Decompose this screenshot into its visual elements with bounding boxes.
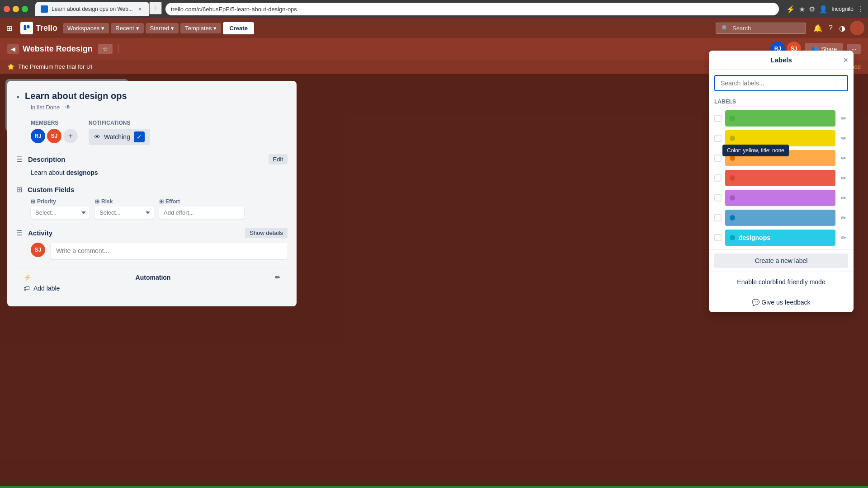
modal-header: ▪ Learn about design ops (16, 90, 288, 102)
starred-btn[interactable]: Starred ▾ (146, 23, 179, 33)
recent-btn[interactable]: Recent ▾ (111, 23, 143, 33)
profile-icon[interactable]: 👤 (819, 5, 828, 14)
labels-close-btn[interactable]: × (843, 55, 848, 65)
search-btn[interactable]: 🔍 Search (716, 23, 806, 34)
members-notifications-row: Members RJ SJ + Notifications 👁 Watching… (16, 120, 288, 145)
label-edit-orange-btn[interactable]: ✏ (839, 153, 848, 164)
label-edit-green-btn[interactable]: ✏ (839, 113, 848, 124)
notification-icon[interactable]: 🔔 (811, 22, 824, 34)
label-bar-yellow (725, 130, 835, 146)
recent-chevron-icon: ▾ (136, 25, 139, 32)
bookmark-icon[interactable]: ★ (799, 5, 805, 14)
active-tab[interactable]: Learn about design ops on Web... × (35, 2, 149, 16)
add-lable-label[interactable]: Add lable (33, 285, 60, 292)
browser-chrome: Learn about design ops on Web... × + tre… (0, 0, 868, 18)
workspaces-chevron-icon: ▾ (101, 25, 104, 32)
label-dot-red (730, 175, 735, 181)
label-checkbox-cyan[interactable] (714, 234, 722, 241)
label-edit-yellow-btn[interactable]: ✏ (839, 133, 848, 144)
risk-icon: ⊞ (95, 198, 99, 205)
label-item-purple[interactable]: ✏ (709, 188, 854, 208)
label-checkbox-orange[interactable] (714, 155, 722, 162)
list-link[interactable]: Done (46, 104, 60, 111)
member-avatar-rj[interactable]: RJ (31, 129, 45, 143)
notifications-group: Notifications 👁 Watching ✓ (89, 120, 150, 145)
label-item-blue[interactable]: ✏ (709, 208, 854, 228)
card-icon: ▪ (16, 92, 19, 102)
label-item-green[interactable]: ✏ (709, 108, 854, 128)
more-btn[interactable]: ⋮ (857, 5, 864, 14)
custom-fields-row: ⊞ Priority Select... ⊞ Risk Se (16, 198, 288, 219)
grid-icon[interactable]: ⊞ (4, 21, 15, 35)
activity-row: SJ (16, 243, 288, 259)
label-checkbox-red[interactable] (714, 174, 722, 182)
theme-icon[interactable]: ◑ (837, 22, 847, 34)
address-bar[interactable]: trello.com/c/6ehusEpP/5-learn-about-desi… (165, 3, 779, 15)
edit-description-btn[interactable]: Edit (269, 154, 288, 164)
label-edit-red-btn[interactable]: ✏ (839, 173, 848, 183)
label-checkbox-blue[interactable] (714, 214, 722, 221)
comment-input[interactable] (51, 243, 288, 259)
label-dot-cyan (730, 235, 735, 240)
window-controls (4, 6, 28, 12)
activity-header: ☰ Activity Show details (16, 228, 288, 238)
window-min-btn[interactable] (13, 6, 19, 12)
label-item-cyan[interactable]: designops ✏ (709, 228, 854, 248)
label-bar-red (725, 170, 835, 186)
automation-section: ⚡ Automation ✏ 🏷 Add lable (16, 268, 288, 297)
priority-select[interactable]: Select... (31, 206, 90, 219)
label-bar-blue (725, 210, 835, 226)
labels-search-input[interactable] (714, 75, 848, 91)
board-title: Website Redesign (23, 44, 93, 54)
show-details-btn[interactable]: Show details (245, 228, 288, 238)
tab-close-btn[interactable]: × (137, 5, 144, 13)
watching-label: Watching (104, 133, 130, 141)
description-text: Learn about designops (16, 169, 288, 176)
window-max-btn[interactable] (22, 6, 28, 12)
give-feedback-btn[interactable]: 💬 Give us feedback (714, 294, 848, 310)
window-close-btn[interactable] (4, 6, 10, 12)
trello-logo[interactable]: Trello (17, 20, 61, 36)
colorblind-mode-btn[interactable]: Enable colorblind friendly mode (714, 274, 848, 290)
star-board-btn[interactable]: ☆ (98, 44, 113, 54)
activity-title: Activity (28, 229, 52, 237)
status-bar: https://trello.com/c/6ehusEpP/5-learn-ab… (0, 486, 868, 488)
label-edit-purple-btn[interactable]: ✏ (839, 192, 848, 203)
member-avatar-sj[interactable]: SJ (47, 129, 61, 143)
help-icon[interactable]: ? (827, 22, 835, 34)
custom-fields-icon: ⊞ (16, 185, 22, 194)
label-edit-cyan-btn[interactable]: ✏ (839, 232, 848, 243)
create-btn[interactable]: Create (223, 22, 254, 34)
new-tab-btn[interactable]: + (149, 2, 162, 14)
risk-select[interactable]: Select... (95, 206, 154, 219)
feedback-icon: 💬 (752, 299, 761, 306)
templates-btn[interactable]: Templates ▾ (180, 23, 221, 33)
members-label: Members (31, 120, 78, 126)
label-item-yellow[interactable]: ✏ Color: yellow, title: none (709, 128, 854, 148)
extensions-icon[interactable]: ⚡ (786, 5, 795, 14)
label-checkbox-yellow[interactable] (714, 135, 722, 142)
watching-btn[interactable]: 👁 Watching ✓ (89, 129, 150, 145)
add-member-btn[interactable]: + (63, 129, 78, 143)
create-new-label-btn[interactable]: Create a new label (714, 253, 848, 268)
watch-icon[interactable]: 👁 (65, 104, 71, 111)
automation-edit-icon[interactable]: ✏ (275, 274, 280, 281)
label-text-cyan: designops (739, 234, 770, 241)
effort-input[interactable] (159, 206, 244, 219)
label-item-red[interactable]: ✏ (709, 168, 854, 188)
user-avatar[interactable] (850, 21, 864, 35)
separator (118, 44, 118, 53)
workspaces-btn[interactable]: Workspaces ▾ (63, 23, 109, 33)
risk-label: ⊞ Risk (95, 198, 154, 205)
collapse-sidebar-btn[interactable]: ◀ (7, 44, 19, 54)
watching-check-icon: ✓ (134, 131, 145, 142)
label-checkbox-green[interactable] (714, 115, 722, 122)
activity-icon: ☰ (16, 229, 23, 237)
notifications-label: Notifications (89, 120, 150, 126)
label-edit-blue-btn[interactable]: ✏ (839, 212, 848, 223)
puzzle-icon[interactable]: ⚙ (809, 5, 815, 14)
label-bar-purple (725, 190, 835, 206)
label-checkbox-purple[interactable] (714, 194, 722, 202)
effort-field: ⊞ Effort (159, 198, 244, 219)
label-item-orange[interactable]: ✏ (709, 148, 854, 168)
